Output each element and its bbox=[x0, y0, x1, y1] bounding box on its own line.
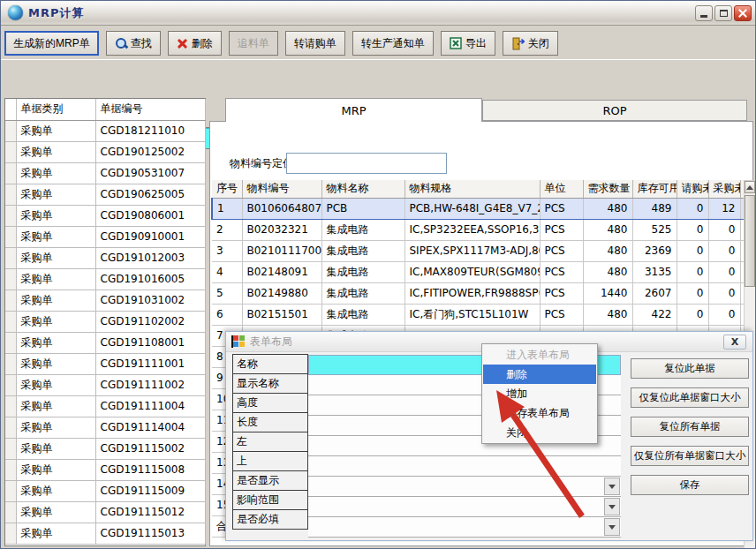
new-mrp-button[interactable]: 生成新的MRP单 bbox=[4, 31, 99, 56]
table-row[interactable]: 采购单CGD181211010 bbox=[5, 120, 205, 141]
field-label: 长度 bbox=[232, 412, 308, 432]
close-window-label: 关闭 bbox=[528, 36, 549, 51]
col-header-code[interactable]: 物料编号 bbox=[242, 180, 321, 198]
minimize-icon bbox=[700, 15, 707, 18]
menu-item-delete[interactable]: 删除 bbox=[483, 365, 596, 384]
titlebar[interactable]: MRP计算 bbox=[1, 1, 756, 26]
required-value-field[interactable] bbox=[308, 517, 621, 538]
chase-order-label: 追料单 bbox=[238, 36, 269, 51]
table-row[interactable]: 采购单CGD191012003 bbox=[5, 247, 205, 268]
context-menu: 进入表单布局 删除 增加 保存表单布局 关闭 bbox=[481, 343, 598, 444]
table-row[interactable]: 采购单CGD191114004 bbox=[5, 417, 205, 438]
table-row[interactable]: 采购单CGD190625005 bbox=[5, 184, 205, 205]
dropdown-button[interactable] bbox=[604, 478, 620, 495]
save-button[interactable]: 保存 bbox=[631, 475, 749, 495]
table-row[interactable]: 采购单CGD191108001 bbox=[5, 332, 205, 353]
table-row[interactable]: 采购单CGD191115009 bbox=[5, 480, 205, 501]
table-row[interactable]: 采购单CGD191111002 bbox=[5, 374, 205, 395]
chevron-down-icon bbox=[609, 485, 616, 489]
col-header-name[interactable]: 物料名称 bbox=[321, 180, 404, 198]
reset-this-doc-button[interactable]: 复位此单据 bbox=[631, 358, 749, 379]
close-button[interactable] bbox=[734, 5, 752, 21]
menu-item-add[interactable]: 增加 bbox=[483, 384, 596, 403]
menu-item-enter-form-layout[interactable]: 进入表单布局 bbox=[483, 345, 596, 365]
table-row[interactable]: 采购单CGD191115012 bbox=[5, 501, 205, 523]
table-row[interactable]: 采购单CGD190531007 bbox=[5, 162, 205, 184]
table-row[interactable]: 3B0210111700集成电路SIPEX,SPX1117M3-ADJ,80PC… bbox=[212, 240, 745, 261]
delete-button[interactable]: 删除 bbox=[168, 31, 222, 56]
table-row[interactable]: 2B02032321集成电路IC,SP3232EEA,SSOP16,3.0PCS… bbox=[212, 219, 745, 240]
locate-input[interactable] bbox=[286, 153, 447, 174]
dropdown-button[interactable] bbox=[604, 498, 620, 515]
field-label: 是否必填 bbox=[232, 509, 308, 530]
scroll-up-button[interactable] bbox=[745, 181, 755, 193]
new-mrp-label: 生成新的MRP单 bbox=[13, 36, 90, 51]
table-row[interactable]: 6B02151501集成电路IC,看门狗,STC15L101WPCS480422… bbox=[212, 304, 745, 325]
col-header-spec[interactable]: 物料规格 bbox=[404, 180, 540, 198]
doc-no-header[interactable]: 单据编号 bbox=[95, 99, 205, 120]
search-icon bbox=[115, 37, 127, 49]
windows-flag-icon bbox=[231, 335, 245, 348]
col-header-seq[interactable]: 序号 bbox=[212, 180, 242, 198]
find-button[interactable]: 查找 bbox=[106, 31, 161, 56]
field-label: 名称 bbox=[232, 354, 308, 374]
table-row[interactable]: 采购单CGD191102002 bbox=[5, 311, 205, 332]
table-row[interactable]: 4B02148091集成电路IC,MAX809TEUR(SGM809-PCS48… bbox=[212, 261, 745, 282]
scrollbar-thumb[interactable] bbox=[745, 195, 755, 287]
tab-rop[interactable]: ROP bbox=[482, 100, 747, 121]
field-label: 是否显示 bbox=[232, 470, 308, 491]
close-window-button[interactable]: 关闭 bbox=[503, 31, 558, 56]
table-row[interactable]: 采购单CGD190910001 bbox=[5, 226, 205, 247]
table-row[interactable]: 采购单CGD191111001 bbox=[5, 353, 205, 374]
menu-item-save-form-layout[interactable]: 保存表单布局 bbox=[483, 403, 596, 423]
table-row[interactable]: 采购单CGD191016005 bbox=[5, 268, 205, 290]
table-row[interactable]: 5B02149880集成电路IC,FITIPOWER,FR9888SP(PCS1… bbox=[212, 282, 745, 304]
visible-value-field[interactable] bbox=[308, 477, 621, 497]
field-label: 显示名称 bbox=[232, 373, 308, 394]
row-selector-header[interactable] bbox=[5, 99, 16, 120]
export-button[interactable]: 导出 bbox=[441, 31, 495, 56]
field-label: 高度 bbox=[232, 393, 308, 413]
dropdown-button[interactable] bbox=[604, 518, 620, 536]
table-row[interactable]: 采购单CGD191031002 bbox=[5, 290, 205, 311]
col-header-po[interactable]: 采购未 bbox=[708, 180, 740, 198]
table-row[interactable]: 采购单CGD191115002 bbox=[5, 438, 205, 459]
chevron-down-icon bbox=[609, 505, 616, 509]
maximize-icon bbox=[720, 10, 728, 17]
maximize-button[interactable] bbox=[714, 5, 732, 21]
field-label: 影响范围 bbox=[232, 490, 308, 510]
to-purchase-req-button[interactable]: 转请购单 bbox=[285, 31, 345, 56]
col-header-req[interactable]: 请购未 bbox=[677, 180, 708, 198]
to-production-notice-button[interactable]: 转生产通知单 bbox=[352, 31, 434, 56]
col-header-demand[interactable]: 需求数量 bbox=[583, 180, 632, 198]
col-header-unit[interactable]: 单位 bbox=[540, 180, 583, 198]
menu-item-close[interactable]: 关闭 bbox=[483, 423, 596, 442]
delete-label: 删除 bbox=[192, 36, 213, 51]
field-label: 左 bbox=[232, 432, 308, 452]
close-icon bbox=[738, 9, 747, 18]
minimize-button[interactable] bbox=[695, 5, 713, 21]
reset-this-doc-window-size-button[interactable]: 仅复位此单据窗口大小 bbox=[631, 387, 749, 408]
exit-door-icon bbox=[511, 37, 525, 50]
table-row[interactable]: 采购单CGD190125002 bbox=[5, 141, 205, 162]
col-header-stock[interactable]: 库存可用 bbox=[632, 180, 677, 198]
table-row[interactable]: 采购单CGD191111004 bbox=[5, 395, 205, 417]
reset-all-docs-window-size-button[interactable]: 仅复位所有单据窗口大小 bbox=[631, 446, 749, 466]
delete-x-icon bbox=[177, 38, 188, 49]
doc-header-row: MRP单号 计算日期 bbox=[1, 59, 756, 96]
documents-panel: 单据类别 单据编号 采购单CGD181211010 采购单CGD19012500… bbox=[4, 98, 206, 546]
table-row[interactable]: 采购单CGD191115008 bbox=[5, 459, 205, 480]
top-value-field[interactable] bbox=[308, 456, 621, 477]
find-label: 查找 bbox=[131, 36, 152, 51]
doc-type-header[interactable]: 单据类别 bbox=[16, 99, 95, 120]
tab-mrp[interactable]: MRP bbox=[225, 98, 482, 122]
dialog-close-button[interactable]: X bbox=[723, 335, 746, 350]
excel-icon bbox=[450, 37, 462, 49]
reset-all-docs-button[interactable]: 复位所有单据 bbox=[631, 417, 749, 437]
scope-value-field[interactable] bbox=[308, 497, 621, 517]
table-row[interactable]: 采购单CGD191115013 bbox=[5, 523, 205, 544]
table-row[interactable]: 采购单CGD190806001 bbox=[5, 205, 205, 226]
table-row[interactable]: 1B0106064807PCBPCB,HW-648I_G4E8_V7_2PCS4… bbox=[212, 198, 745, 219]
chase-order-button[interactable]: 追料单 bbox=[229, 31, 278, 56]
mrp-window: MRP计算 生成新的MRP单 查找 删除 追料单 转请购单 转生产通知单 导出 … bbox=[0, 0, 756, 549]
